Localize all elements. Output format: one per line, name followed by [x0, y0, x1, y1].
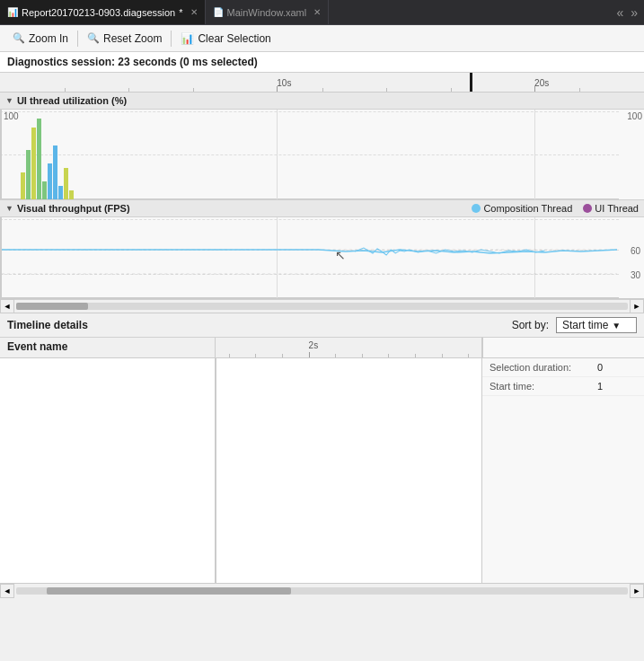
fps-chart-body: 60 30 ↖	[0, 217, 644, 298]
sort-label: Sort by:	[512, 319, 549, 331]
tab-nav-right: « »	[613, 5, 644, 20]
tab-diag-label: Report20170213-0903.diagsession	[22, 7, 175, 18]
sort-dropdown-arrow: ▼	[612, 321, 621, 330]
bar-2	[26, 150, 31, 199]
status-text: Diagnostics session: 23 seconds (0 ms se…	[7, 56, 258, 68]
clear-selection-button[interactable]: 📊 Clear Selection	[173, 30, 278, 48]
ui-thread-collapse-arrow[interactable]: ▼	[5, 96, 13, 105]
bar-chart-area	[2, 110, 617, 199]
ui-thread-dot	[583, 204, 592, 213]
tab-diag[interactable]: 📊 Report20170213-0903.diagsession * ✕	[0, 0, 206, 24]
start-time-label: Start time:	[490, 381, 597, 392]
bar-1	[21, 172, 25, 199]
bar-group-1	[21, 119, 74, 199]
reset-zoom-label: Reset Zoom	[103, 32, 162, 45]
chart-hscroll-right[interactable]: ►	[630, 299, 644, 313]
status-bar: Diagnostics session: 23 seconds (0 ms se…	[0, 52, 644, 73]
start-time-value: 1	[597, 381, 603, 392]
ui-thread-chart-header: ▼ UI thread utilization (%)	[0, 93, 644, 110]
tl-start-line	[216, 358, 216, 583]
timeline-mark-2s: 2s	[309, 340, 319, 350]
legend-ui-thread: UI Thread	[583, 203, 639, 214]
bar-7	[53, 145, 57, 199]
tab-diag-modified: *	[179, 7, 182, 18]
tab-xaml-label: MainWindow.xaml	[227, 7, 307, 18]
tab-xaml-icon: 📄	[213, 7, 224, 17]
bar-5	[42, 181, 47, 199]
details-col-header	[482, 338, 644, 357]
fps-chart-header: ▼ Visual throughput (FPS) Composition Th…	[0, 200, 644, 217]
reset-zoom-button[interactable]: 🔍 Reset Zoom	[80, 30, 169, 48]
zoom-in-icon: 🔍	[13, 32, 25, 44]
fps-line-svg	[2, 217, 617, 298]
bottom-hscroll-right[interactable]: ►	[630, 584, 644, 598]
event-name-col	[0, 358, 216, 583]
ui-thread-y-labels: 100	[627, 110, 642, 199]
bottom-hscroll-left[interactable]: ◄	[0, 584, 14, 598]
selection-duration-value: 0	[597, 362, 603, 373]
bottom-hscroll-track[interactable]	[16, 587, 628, 595]
ruler-tick-container	[0, 86, 644, 92]
toolbar-separator-2	[171, 31, 172, 47]
tab-diag-icon: 📊	[7, 7, 18, 17]
fps-chart-title: Visual throughput (FPS)	[17, 203, 130, 214]
chart-hscroll[interactable]: ◄ ►	[0, 299, 644, 313]
chart-hscroll-thumb[interactable]	[16, 303, 88, 310]
bottom-panel-title: Timeline details	[7, 319, 88, 331]
details-row-2: Start time: 1	[482, 377, 644, 396]
fps-chart: ▼ Visual throughput (FPS) Composition Th…	[0, 200, 644, 299]
bottom-panel-header: Timeline details Sort by: Start time ▼	[0, 313, 644, 338]
bottom-panel: Timeline details Sort by: Start time ▼ E…	[0, 313, 644, 583]
table-col-headers: Event name 2s	[0, 338, 644, 358]
tab-bar: 📊 Report20170213-0903.diagsession * ✕ 📄 …	[0, 0, 644, 25]
bar-8	[58, 186, 63, 199]
selection-duration-label: Selection duration:	[490, 362, 597, 373]
tab-xaml-close[interactable]: ✕	[313, 7, 321, 17]
y-label-100-right: 100	[627, 111, 642, 121]
chart-left-accent	[0, 110, 2, 199]
mouse-cursor: ↖	[335, 248, 346, 262]
chart-hscroll-track[interactable]	[16, 303, 628, 310]
legend-composition: Composition Thread	[472, 203, 572, 214]
zoom-in-label: Zoom In	[29, 32, 68, 45]
toolbar-separator-1	[77, 31, 78, 47]
ui-thread-chart-body: 100 100	[0, 110, 644, 199]
clear-selection-label: Clear Selection	[198, 32, 270, 45]
bar-4	[37, 119, 41, 199]
ui-thread-chart: ▼ UI thread utilization (%) 100 100	[0, 93, 644, 200]
timeline-col-header: 2s	[216, 338, 482, 357]
chart-hscroll-left[interactable]: ◄	[0, 299, 14, 313]
tl-tick-lines	[216, 352, 481, 357]
clear-selection-icon: 📊	[181, 32, 194, 45]
toolbar: 🔍 Zoom In 🔍 Reset Zoom 📊 Clear Selection	[0, 25, 644, 52]
fps-y-30: 30	[631, 270, 640, 280]
event-name-col-header: Event name	[0, 338, 216, 357]
time-ruler: 10s 20s	[0, 73, 644, 93]
bar-3	[31, 128, 36, 199]
ui-thread-label: UI Thread	[595, 203, 639, 214]
bottom-hscroll[interactable]: ◄ ►	[0, 583, 644, 597]
sort-value: Start time	[562, 319, 608, 331]
event-name-col-label: Event name	[7, 340, 67, 353]
details-col: Selection duration: 0 Start time: 1	[482, 358, 644, 583]
bar-10	[69, 190, 74, 199]
table-body: Selection duration: 0 Start time: 1	[0, 358, 644, 583]
tab-diag-close[interactable]: ✕	[190, 7, 198, 17]
fps-collapse-arrow[interactable]: ▼	[5, 204, 13, 213]
zoom-in-button[interactable]: 🔍 Zoom In	[5, 30, 75, 48]
tab-nav-right-btn[interactable]: »	[628, 5, 640, 20]
details-row-1: Selection duration: 0	[482, 358, 644, 377]
timeline-col-body	[216, 358, 482, 583]
fps-legend: Composition Thread UI Thread	[472, 203, 639, 214]
ui-thread-chart-title: UI thread utilization (%)	[17, 95, 127, 106]
bar-6	[48, 163, 52, 199]
tab-nav-left-btn[interactable]: «	[613, 5, 626, 20]
tab-xaml[interactable]: 📄 MainWindow.xaml ✕	[206, 0, 330, 24]
composition-label: Composition Thread	[483, 203, 572, 214]
fps-left-accent	[0, 217, 2, 298]
bar-9	[64, 168, 68, 199]
bottom-hscroll-thumb[interactable]	[47, 587, 291, 595]
reset-zoom-icon: 🔍	[87, 32, 100, 44]
fps-y-60: 60	[631, 246, 640, 256]
sort-dropdown[interactable]: Start time ▼	[556, 317, 637, 333]
